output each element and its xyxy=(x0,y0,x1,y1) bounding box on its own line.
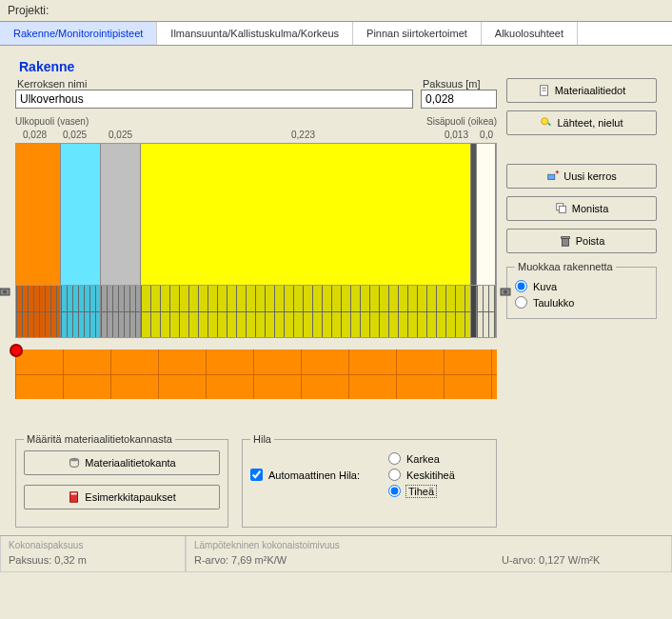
dim-tick-0: 0,028 xyxy=(23,130,47,140)
camera-left-icon xyxy=(0,284,13,299)
document-icon xyxy=(538,84,551,97)
svg-rect-15 xyxy=(561,237,569,239)
edit-structure-panel: Muokkaa rakennetta Kuva Taulukko xyxy=(506,261,657,319)
footer: Kokonaispaksuus Paksuus: 0,32 m Lämpötek… xyxy=(0,535,672,572)
layer-2[interactable] xyxy=(61,144,101,285)
auto-grid-check[interactable]: Automaattinen Hila: xyxy=(250,450,360,499)
sources-sinks-button[interactable]: Lähteet, nielut xyxy=(506,110,657,135)
edit-structure-legend: Muokkaa rakennetta xyxy=(515,261,616,272)
thickness-input[interactable] xyxy=(421,90,497,109)
delete-button[interactable]: Poista xyxy=(506,229,657,253)
footer-thermal: Lämpötekninen kokonaistoimivuus R-arvo: … xyxy=(186,536,672,572)
tab-surface-coeff[interactable]: Pinnan siirtokertoimet xyxy=(353,22,482,45)
dim-tick-1: 0,025 xyxy=(63,130,87,140)
layer-6[interactable] xyxy=(477,144,496,285)
grid-fine-radio[interactable]: Tiheä xyxy=(388,483,455,499)
dim-tick-2: 0,025 xyxy=(109,130,132,140)
grid-panel-legend: Hila xyxy=(250,433,274,445)
material-block[interactable] xyxy=(15,349,497,399)
dimension-labels: Ulkopuoli (vasen) Sisäpuoli (oikea) 0,02… xyxy=(15,116,497,143)
drag-handle[interactable] xyxy=(10,344,23,357)
outside-label: Ulkopuoli (vasen) xyxy=(15,116,89,127)
define-from-db-panel: Määritä materiaalitietokannasta Materiaa… xyxy=(15,433,228,528)
new-layer-button[interactable]: Uusi kerros xyxy=(506,164,657,189)
svg-point-3 xyxy=(504,290,507,294)
material-db-button[interactable]: Materiaalitietokanta xyxy=(24,450,220,475)
grid-panel: Hila Automaattinen Hila: Karkea Keskitih… xyxy=(242,433,497,528)
svg-rect-6 xyxy=(71,493,77,495)
material-info-button[interactable]: Materiaalitiedot xyxy=(506,78,657,103)
footer-thickness: Kokonaispaksuus Paksuus: 0,32 m xyxy=(0,536,186,572)
layer-diagram[interactable] xyxy=(15,143,497,286)
camera-right-icon xyxy=(499,284,514,299)
thickness-label: Paksuus [m] xyxy=(421,78,497,90)
dim-tick-3: 0,223 xyxy=(291,130,315,140)
copy-icon xyxy=(555,202,568,215)
svg-point-1 xyxy=(3,290,7,294)
dim-tick-4: 0,013 xyxy=(445,130,468,140)
layer-3[interactable] xyxy=(101,144,141,285)
duplicate-button[interactable]: Monista xyxy=(506,196,657,221)
grid-medium-radio[interactable]: Keskitiheä xyxy=(388,467,455,483)
examples-button[interactable]: Esimerkkitapaukset xyxy=(24,485,220,509)
svg-rect-11 xyxy=(548,174,555,179)
svg-rect-14 xyxy=(562,238,568,246)
svg-point-4 xyxy=(70,458,79,462)
trash-icon xyxy=(559,234,572,248)
layer-name-input[interactable] xyxy=(15,90,413,109)
inside-label: Sisäpuoli (oikea) xyxy=(426,116,497,127)
new-layer-icon xyxy=(546,170,560,183)
database-icon xyxy=(68,456,81,469)
layer-1[interactable] xyxy=(16,144,61,285)
edit-table-radio[interactable]: Taulukko xyxy=(515,294,648,310)
section-heading: Rakenne xyxy=(15,57,497,76)
book-icon xyxy=(68,490,81,504)
edit-image-radio[interactable]: Kuva xyxy=(515,278,648,294)
grid-band[interactable] xyxy=(15,286,497,338)
auto-grid-checkbox[interactable] xyxy=(250,469,263,481)
layer-4[interactable] xyxy=(141,144,471,285)
tab-bar: Rakenne/Monitorointipisteet Ilmansuunta/… xyxy=(0,21,672,46)
tab-initial-conditions[interactable]: Alkuolosuhteet xyxy=(482,22,578,45)
dim-tick-far-right: 0,0 xyxy=(480,130,493,140)
tab-orientation[interactable]: Ilmansuunta/Kallistuskulma/Korkeus xyxy=(157,22,353,45)
define-panel-legend: Määritä materiaalitietokannasta xyxy=(24,433,175,445)
window-title: Projekti: xyxy=(0,0,672,21)
svg-point-10 xyxy=(542,118,548,125)
grid-coarse-radio[interactable]: Karkea xyxy=(388,450,455,467)
layer-name-label: Kerroksen nimi xyxy=(15,78,413,90)
lightbulb-icon xyxy=(540,116,553,130)
tab-structure[interactable]: Rakenne/Monitorointipisteet xyxy=(0,22,157,45)
svg-rect-13 xyxy=(559,206,565,212)
